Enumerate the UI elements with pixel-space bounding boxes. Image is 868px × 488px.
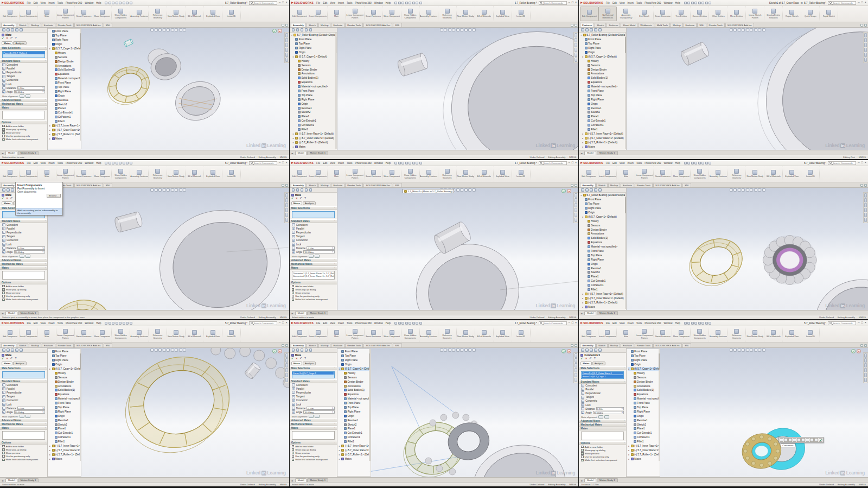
coincident-icon[interactable] (780, 438, 783, 442)
tree-item-fillet1[interactable]: Fillet1 (580, 128, 626, 132)
section-view-icon[interactable] (163, 28, 166, 31)
tree-item-cirpattern1[interactable]: CirPattern1 (291, 123, 337, 128)
tree-item-material-not-specified[interactable]: Material <not specified> (628, 397, 660, 401)
tab-assembly[interactable]: Assembly (1, 343, 16, 347)
filter-icon[interactable] (864, 184, 867, 187)
tree-item-history[interactable]: History (49, 50, 81, 55)
tree-item-solid-bodies-1[interactable]: Solid Bodies(1) (49, 388, 81, 392)
3d-model-scene[interactable] (48, 348, 289, 477)
mate-type-tangent[interactable]: ◠Tangent (0, 235, 47, 238)
ok-button[interactable]: ✓ (2, 357, 4, 360)
options-icon[interactable] (709, 2, 711, 4)
spinner-icon[interactable]: ⇅ (42, 91, 44, 93)
tree-item-5-7-inner-race-1-default[interactable]: ▸(-) 5.7_Inner Race<1> (Default) (339, 444, 371, 448)
ribbon-button-exploded-view[interactable]: Exploded View (204, 167, 222, 181)
tab-features[interactable]: Features (580, 23, 594, 27)
option-make-first-selection-transparent[interactable]: Make first selection transparent (290, 298, 337, 301)
tab-assembly[interactable]: Assembly (291, 343, 306, 347)
angle-value-field[interactable]: 30.00deg⇅ (14, 410, 45, 414)
tab-evaluate[interactable]: Evaluate (621, 183, 634, 187)
graphics-area[interactable]: ✓×✓ConcentricLinkedinLearning (627, 348, 868, 477)
minimize-button[interactable]: – (279, 321, 280, 325)
expander-icon[interactable]: ▸ (49, 129, 51, 131)
mate-type-parallel[interactable]: ∥Parallel (579, 388, 626, 391)
expander-icon[interactable]: ▸ (49, 124, 51, 127)
tree-item-sketch2[interactable]: Sketch2 (49, 422, 81, 427)
tree-item-front-plane[interactable]: Front Plane (49, 29, 81, 34)
featuremanager-tab-icon[interactable] (2, 28, 5, 31)
menu-help[interactable]: Help (95, 322, 102, 325)
ribbon-button-mate[interactable]: Mate (38, 7, 56, 21)
filter-icon[interactable] (285, 184, 288, 187)
appearances-icon[interactable] (758, 28, 761, 31)
tree-scrollbar[interactable] (625, 33, 627, 149)
menu-edit[interactable]: Edit (611, 322, 618, 325)
display-style-icon[interactable] (171, 188, 174, 192)
display-style-icon[interactable] (460, 188, 463, 192)
selection-item[interactable]: Face<1>@5.7_Outer Race-1 (582, 372, 623, 375)
undo-icon[interactable] (409, 162, 411, 164)
hide-show-items-icon[interactable] (464, 348, 468, 352)
section-options[interactable]: Optionsˆ (579, 441, 626, 445)
configuration-tab-icon[interactable] (590, 188, 593, 192)
search-feature-icon[interactable] (860, 344, 863, 347)
expander-icon[interactable]: ▸ (292, 55, 295, 58)
ribbon-button-trim-entities[interactable]: Trim Entities (672, 7, 691, 21)
dimxpert-tab-icon[interactable] (305, 28, 308, 31)
section-mate-selections[interactable]: Mate Selectionsˆ (290, 206, 337, 210)
menu-help[interactable]: Help (95, 162, 102, 164)
mate-type-coincident[interactable]: ⌐Coincident (0, 223, 47, 227)
ribbon-button-assembly-features[interactable]: Assembly Features (420, 327, 438, 341)
section-standard-mates[interactable]: Standard Matesˆ (290, 219, 337, 223)
tree-item-history[interactable]: History (580, 59, 626, 63)
ribbon-button-assembly-features[interactable]: Assembly Features (420, 7, 438, 21)
mate-selections-box[interactable] (2, 371, 45, 378)
pm-tab-mates[interactable]: Mates (2, 201, 12, 205)
previous-view-icon[interactable] (738, 348, 741, 352)
tab-assembly[interactable]: Assembly (1, 23, 16, 27)
tree-item-annotations[interactable]: Annotations (291, 72, 337, 76)
save-icon[interactable] (112, 322, 114, 325)
confirm-cancel-icon[interactable]: × (857, 349, 861, 353)
cancel-button[interactable]: × (7, 197, 8, 200)
scene-icon[interactable] (183, 28, 186, 31)
section-mate-selections[interactable]: Mate Selectionsˆ (579, 366, 626, 370)
expander-icon[interactable]: ▾ (580, 194, 582, 197)
expander-icon[interactable]: ▸ (582, 216, 584, 218)
distance-icon[interactable] (806, 438, 809, 442)
tree-item-sensors[interactable]: Sensors (49, 55, 81, 59)
ribbon-button-move-component[interactable]: Move Component (672, 327, 691, 341)
undo-button[interactable]: ↶ (10, 197, 13, 200)
expander-icon[interactable]: ▸ (292, 132, 295, 135)
tree-item-f-5-7-cage-1-default[interactable]: ▸(f) 5.7_Cage<1> (Default) (49, 47, 81, 51)
angle-value-field[interactable]: 30.00deg⇅ (303, 410, 334, 414)
hide-show-items-icon[interactable] (754, 28, 757, 31)
maximize-button[interactable]: □ (861, 321, 863, 325)
tree-item-front-plane[interactable]: Front Plane (628, 401, 660, 405)
close-button[interactable]: × (865, 321, 866, 325)
new-icon[interactable] (105, 162, 107, 164)
expander-icon[interactable]: ▸ (582, 132, 584, 135)
tree-item-fillet1[interactable]: Fillet1 (291, 128, 337, 132)
tab-sketch[interactable]: Sketch (596, 183, 608, 187)
ribbon-button-linear-component-pattern[interactable]: Linear Component Pattern (635, 167, 654, 181)
pm-tab-analysis[interactable]: Analysis (303, 362, 316, 365)
tree-item-history[interactable]: History (580, 219, 626, 223)
dimxpert-tab-icon[interactable] (305, 188, 308, 192)
ribbon-button-move-component[interactable]: Move Component (383, 327, 401, 341)
previous-view-icon[interactable] (158, 28, 162, 31)
tree-item-revolve1[interactable]: Revolve1 (49, 98, 81, 102)
tab-markup[interactable]: Markup (29, 23, 41, 27)
ribbon-button-instant3d[interactable]: Instant3D (222, 327, 241, 341)
checkbox-show-pop-up-dialog[interactable] (2, 448, 5, 451)
previous-view-icon[interactable] (738, 28, 741, 31)
save-icon[interactable] (112, 2, 114, 4)
tree-item-5-7-inner-race-1-default[interactable]: ▸(-) 5.7_Inner Race<1> (Default) (580, 131, 626, 136)
tab-snl[interactable]: SNL (104, 23, 112, 27)
tree-item-history[interactable]: History (291, 59, 337, 63)
ribbon-button-insert-components[interactable]: Insert Components (309, 327, 328, 341)
tree-root[interactable]: ▾5.7_Roller Bearing (Default<Display Sta… (580, 193, 626, 198)
undo-icon[interactable] (814, 438, 818, 442)
mate-type-concentric[interactable]: ◎Concentric (290, 238, 337, 242)
file-explorer-icon[interactable] (575, 363, 577, 367)
